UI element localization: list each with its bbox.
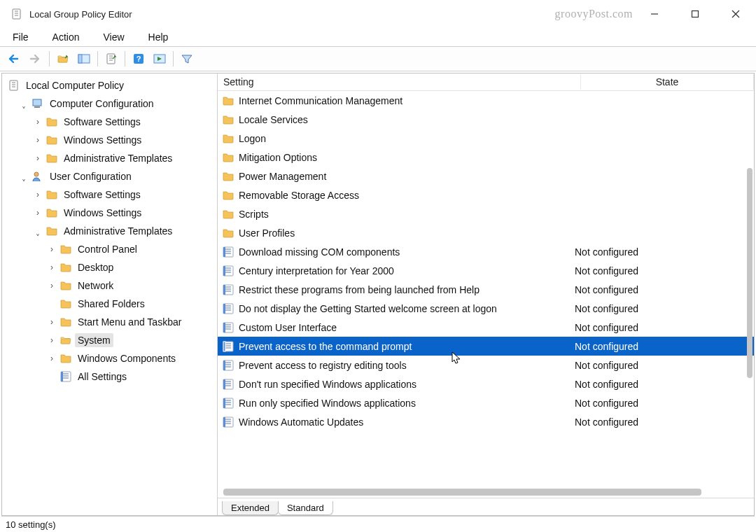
scrollbar-thumb[interactable] (747, 168, 752, 378)
status-text: 10 setting(s) (6, 519, 56, 530)
row-label: Logon (239, 133, 575, 144)
caret-right-icon[interactable]: › (47, 281, 57, 290)
caret-right-icon[interactable]: › (47, 262, 57, 272)
column-setting[interactable]: Setting (218, 74, 581, 90)
folder-icon (222, 113, 234, 126)
row-label: Run only specified Windows applications (239, 398, 575, 409)
tree-root[interactable]: Local Computer Policy (5, 76, 217, 94)
tab-extended[interactable]: Extended (222, 501, 279, 515)
caret-right-icon[interactable]: › (33, 135, 43, 145)
list-row[interactable]: Prevent access to registry editing tools… (218, 356, 754, 374)
caret-down-icon[interactable]: ˬ (19, 172, 29, 181)
minimize-button[interactable] (640, 3, 669, 25)
column-state[interactable]: State (581, 74, 754, 90)
horizontal-scrollbar[interactable] (218, 486, 754, 498)
up-button[interactable] (54, 50, 72, 68)
caret-right-icon[interactable]: › (47, 317, 57, 327)
caret-right-icon[interactable]: › (33, 117, 43, 127)
caret-right-icon[interactable]: › (47, 354, 57, 363)
maximize-button[interactable] (680, 3, 710, 25)
caret-right-icon[interactable]: › (33, 208, 43, 218)
help-button[interactable]: ? (130, 50, 148, 68)
tree-network[interactable]: › Network (5, 276, 217, 295)
row-state: Not configured (575, 265, 754, 276)
menu-action[interactable]: Action (48, 30, 84, 44)
run-button[interactable] (150, 50, 169, 68)
tab-standard[interactable]: Standard (278, 501, 333, 515)
list-row[interactable]: Locale Services (218, 110, 754, 129)
row-label: Do not display the Getting Started welco… (239, 303, 575, 314)
list-row[interactable]: Mitigation Options (218, 148, 754, 167)
row-label: Don't run specified Windows applications (239, 379, 575, 390)
tree-cc-windows[interactable]: › Windows Settings (5, 131, 217, 149)
tree-system[interactable]: › System (5, 331, 217, 349)
caret-right-icon[interactable]: › (47, 244, 57, 254)
row-label: Power Management (239, 171, 575, 182)
forward-button[interactable] (27, 50, 45, 68)
tree-start-menu[interactable]: › Start Menu and Taskbar (5, 313, 217, 331)
tree-user-config[interactable]: ˬ User Configuration (5, 167, 217, 186)
tree-pane[interactable]: Local Computer Policy ˬ Computer Configu… (2, 74, 218, 515)
row-label: Scripts (239, 209, 575, 220)
folder-icon (222, 132, 234, 145)
filter-button[interactable] (178, 50, 196, 68)
list-row[interactable]: Run only specified Windows applicationsN… (218, 393, 754, 412)
tree-desktop[interactable]: › Desktop (5, 258, 217, 276)
watermark-text: groovyPost.com (555, 8, 633, 20)
tree-all-settings[interactable]: All Settings (5, 368, 217, 386)
row-state: Not configured (575, 398, 754, 409)
list-row[interactable]: Custom User InterfaceNot configured (218, 318, 754, 337)
folder-icon (59, 353, 72, 364)
caret-right-icon[interactable]: › (33, 190, 43, 200)
export-list-button[interactable] (102, 50, 120, 68)
menu-file[interactable]: File (8, 30, 33, 44)
list-row[interactable]: Do not display the Getting Started welco… (218, 299, 754, 318)
svg-rect-10 (692, 11, 699, 18)
tree-uc-admintemplates[interactable]: ˬ Administrative Templates (5, 222, 217, 240)
close-button[interactable] (721, 3, 750, 25)
list-row[interactable]: Removable Storage Access (218, 186, 754, 204)
back-button[interactable] (6, 50, 24, 68)
list-row[interactable]: Download missing COM componentsNot confi… (218, 242, 754, 261)
folder-icon (46, 207, 58, 218)
list-row[interactable]: Windows Automatic UpdatesNot configured (218, 412, 754, 431)
list-row[interactable]: Century interpretation for Year 2000Not … (218, 261, 754, 280)
row-label: Removable Storage Access (239, 190, 575, 201)
tree-windows-components[interactable]: › Windows Components (5, 349, 217, 368)
show-hide-tree-button[interactable] (75, 50, 93, 68)
list-row[interactable]: Logon (218, 129, 754, 148)
tree-uc-windows[interactable]: › Windows Settings (5, 204, 217, 222)
list-row[interactable]: Don't run specified Windows applications… (218, 374, 754, 393)
caret-right-icon[interactable]: › (33, 153, 43, 163)
titlebar: Local Group Policy Editor groovyPost.com (0, 0, 756, 28)
caret-down-icon[interactable]: ˬ (33, 226, 43, 236)
caret-down-icon[interactable]: ˬ (19, 99, 29, 108)
folder-icon (222, 208, 234, 220)
vertical-scrollbar[interactable] (744, 91, 754, 486)
tree-cc-software[interactable]: › Software Settings (5, 113, 217, 131)
settings-list[interactable]: Internet Communication ManagementLocale … (218, 91, 754, 486)
scrollbar-thumb[interactable] (223, 489, 701, 496)
list-row[interactable]: Internet Communication Management (218, 91, 754, 110)
toolbar: ? (0, 46, 756, 71)
list-row[interactable]: Prevent access to the command promptNot … (218, 337, 754, 356)
details-pane: Setting State Internet Communication Man… (218, 74, 754, 515)
list-row[interactable]: Power Management (218, 167, 754, 186)
folder-icon (46, 189, 58, 200)
list-row[interactable]: Restrict these programs from being launc… (218, 280, 754, 299)
tree-uc-software[interactable]: › Software Settings (5, 186, 217, 204)
folder-icon (222, 189, 234, 202)
tree-control-panel[interactable]: › Control Panel (5, 240, 217, 258)
menu-view[interactable]: View (99, 30, 128, 44)
row-state: Not configured (575, 341, 754, 352)
menu-help[interactable]: Help (144, 30, 173, 44)
setting-icon (222, 302, 234, 315)
caret-right-icon[interactable]: › (47, 335, 57, 345)
tree-shared-folders[interactable]: Shared Folders (5, 295, 217, 313)
menubar: File Action View Help (0, 28, 756, 46)
tree-computer-config[interactable]: ˬ Computer Configuration (5, 94, 217, 113)
list-row[interactable]: Scripts (218, 204, 754, 223)
list-row[interactable]: User Profiles (218, 223, 754, 242)
tree-cc-admintemplates[interactable]: › Administrative Templates (5, 149, 217, 167)
app-icon (11, 8, 22, 20)
